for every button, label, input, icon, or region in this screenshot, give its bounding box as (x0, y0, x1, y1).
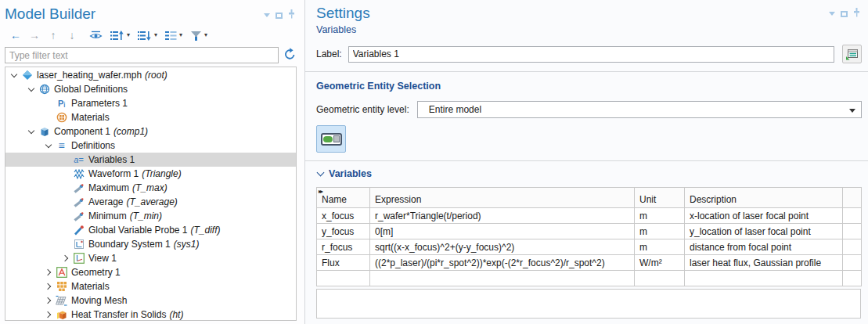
row-marker-icon: ▸▸ (319, 188, 322, 195)
tree-item-tag: (root) (145, 70, 167, 81)
cell-expression[interactable]: sqrt((x-x_focus)^2+(y-y_focus)^2) (370, 239, 635, 255)
filter-funnel-icon (190, 31, 202, 41)
parameters-icon (55, 99, 68, 108)
settings-titles: Settings Variables (316, 3, 370, 35)
expand-tree-button[interactable]: ▾ (110, 31, 130, 41)
cell-name[interactable] (317, 271, 370, 286)
tree-item-definitions[interactable]: Definitions (5, 139, 296, 153)
cell-description[interactable]: distance from focal point (685, 239, 843, 255)
cell-description[interactable] (685, 271, 843, 286)
variables-section-header[interactable]: Variables (316, 168, 862, 179)
cell-expression[interactable]: ((2*p_laser)/(pi*r_spot^2))*exp(-(2*r_fo… (370, 255, 635, 271)
cell-expression[interactable]: r_wafer*Triangle(t/period) (370, 208, 635, 224)
tree-item-root[interactable]: laser_heating_wafer.mph (root) (5, 68, 296, 82)
tree-item-component1[interactable]: Component 1 (comp1) (5, 124, 296, 139)
chevron-down-icon[interactable]: ▾ (204, 32, 207, 38)
show-in-table-button[interactable] (842, 45, 862, 63)
chevron-down-icon[interactable]: ▾ (127, 32, 130, 38)
tree-item-global-definitions[interactable]: Global Definitions (5, 82, 296, 96)
chevron-right-icon[interactable] (43, 267, 55, 278)
column-header-expression[interactable]: Expression (370, 188, 635, 208)
model-root-icon (20, 70, 34, 81)
tree-item-geometry1[interactable]: Geometry 1 (5, 265, 296, 279)
settings-title: Settings (316, 3, 370, 23)
tree-item-variables1[interactable]: Variables 1 (5, 153, 296, 167)
chevron-down-icon[interactable] (43, 140, 55, 151)
definitions-icon (55, 139, 68, 152)
variable-row-r-focus[interactable]: r_focus sqrt((x-x_focus)^2+(y-y_focus)^2… (317, 239, 862, 255)
tree-item-view1[interactable]: View 1 (5, 251, 296, 265)
show-eye-icon[interactable] (89, 28, 103, 42)
float-window-icon[interactable] (841, 11, 848, 17)
panel-menu-caret-icon[interactable] (829, 12, 835, 16)
cell-expression[interactable]: 0[m] (370, 224, 635, 239)
chevron-down-icon[interactable]: ▾ (154, 32, 157, 38)
forward-arrow-icon[interactable]: → (25, 28, 44, 42)
tree-item-boundary-system[interactable]: Boundary System 1 (sys1) (5, 237, 296, 251)
tree-item-minimum[interactable]: Minimum (T_min) (5, 209, 296, 223)
move-down-arrow-icon[interactable]: ↓ (63, 28, 81, 42)
tree-item-label: Heat Transfer in Solids (71, 309, 166, 320)
cell-description[interactable]: y_location of laser focal point (685, 224, 843, 239)
chevron-spacer (60, 182, 72, 193)
tree-item-global-variable-probe[interactable]: Global Variable Probe 1 (T_diff) (5, 223, 296, 237)
tree-item-average[interactable]: Average (T_average) (5, 195, 296, 209)
filter-button[interactable]: ▾ (190, 31, 207, 41)
chevron-right-icon[interactable] (43, 295, 55, 306)
variable-row-x-focus[interactable]: x_focus r_wafer*Triangle(t/period) m x-l… (317, 208, 862, 224)
panel-menu-caret-icon[interactable] (264, 13, 270, 17)
tree-item-waveform1[interactable]: Waveform 1 (Triangle) (5, 167, 296, 181)
tree-item-label: Global Variable Probe 1 (88, 225, 188, 236)
variable-row-y-focus[interactable]: y_focus 0[m] m y_location of laser focal… (317, 224, 862, 239)
chevron-spacer (60, 168, 72, 179)
cell-expression[interactable] (370, 271, 635, 286)
chevron-spacer (43, 98, 55, 109)
tree-item-maximum[interactable]: Maximum (T_max) (5, 181, 296, 195)
model-tree: laser_heating_wafer.mph (root) Global De… (5, 67, 297, 321)
cell-name[interactable]: r_focus (317, 239, 370, 255)
chevron-down-icon[interactable]: ▾ (179, 32, 182, 38)
cell-description[interactable]: x-location of laser focal point (685, 208, 843, 224)
chevron-down-icon[interactable] (9, 70, 20, 81)
cell-description[interactable]: laser heat flux, Gaussian profile (685, 255, 843, 271)
settings-subtitle: Variables (316, 24, 370, 35)
active-selection-toggle-button[interactable] (316, 125, 346, 153)
label-input[interactable] (348, 46, 834, 63)
chevron-right-icon[interactable] (60, 253, 72, 264)
tree-filter-input[interactable] (5, 47, 279, 63)
chevron-right-icon[interactable] (43, 309, 55, 320)
global-probe-icon (72, 225, 85, 236)
pin-window-icon[interactable] (853, 8, 860, 20)
move-up-arrow-icon[interactable]: ↑ (44, 28, 63, 42)
model-tree-node-text-button[interactable]: ▾ (165, 31, 182, 41)
tree-item-materials-global[interactable]: Materials (5, 110, 296, 124)
refresh-icon[interactable] (283, 48, 297, 63)
tree-item-parameters[interactable]: Parameters 1 (5, 96, 296, 110)
chevron-right-icon[interactable] (43, 281, 55, 292)
chevron-down-icon[interactable] (26, 84, 38, 95)
column-header-unit[interactable]: Unit (635, 188, 685, 208)
variable-row-flux[interactable]: Flux ((2*p_laser)/(pi*r_spot^2))*exp(-(2… (317, 255, 862, 271)
collapse-tree-button[interactable]: ▾ (138, 31, 157, 41)
chevron-spacer (60, 211, 72, 221)
tree-item-label: Materials (71, 112, 110, 123)
tree-item-heat-transfer[interactable]: Heat Transfer in Solids (ht) (5, 308, 296, 321)
section-divider (305, 71, 868, 72)
cell-unit: m (635, 208, 685, 224)
cell-spacer (843, 271, 862, 286)
tree-item-moving-mesh[interactable]: Moving Mesh (5, 293, 296, 308)
column-header-name[interactable]: ▸▸ Name (317, 188, 370, 208)
pin-window-icon[interactable] (288, 9, 295, 21)
chevron-down-icon[interactable] (316, 169, 329, 178)
cell-name[interactable]: x_focus (317, 208, 370, 224)
chevron-down-icon[interactable] (26, 126, 38, 137)
cell-name[interactable]: y_focus (317, 224, 370, 239)
tree-item-label: Global Definitions (54, 84, 128, 95)
float-window-icon[interactable] (276, 13, 283, 19)
cell-name[interactable]: Flux (317, 255, 370, 271)
table-empty-row[interactable] (317, 271, 862, 286)
tree-item-materials-component[interactable]: Materials (5, 279, 296, 293)
entity-level-dropdown[interactable]: Entire model (417, 101, 862, 118)
column-header-description[interactable]: Description (685, 188, 843, 208)
back-arrow-icon[interactable]: ← (6, 28, 25, 42)
